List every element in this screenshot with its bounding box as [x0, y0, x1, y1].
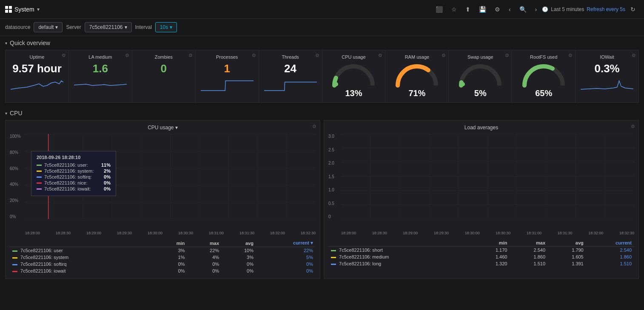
- tooltip-row-user: 7c5ce8221106: user: 11%: [37, 162, 111, 168]
- card-cpu-gear[interactable]: ⚙: [378, 53, 382, 58]
- x-label-7: 18:31:30: [239, 231, 254, 235]
- card-uptime-gear[interactable]: ⚙: [62, 53, 66, 58]
- app-title[interactable]: System: [14, 6, 34, 13]
- ll-short-current: 2.540: [586, 247, 634, 254]
- topbar: System ▾ ⬛ ☆ ⬆ 💾 ⚙ ‹ 🔍 › 🕐 Last 5 minute…: [0, 0, 644, 19]
- cpu-chart-caret[interactable]: ▾: [175, 125, 178, 131]
- app-title-caret[interactable]: ▾: [37, 6, 40, 12]
- forward-btn[interactable]: ›: [532, 4, 541, 14]
- datasource-dropdown[interactable]: default ▾: [34, 22, 63, 32]
- card-cpu-gauge: [330, 62, 377, 88]
- time-range: Last 5 minutes: [551, 6, 584, 12]
- card-rootfs-gear[interactable]: ⚙: [568, 53, 573, 58]
- card-ram-gear[interactable]: ⚙: [442, 53, 446, 58]
- y-label-60: 60%: [10, 166, 26, 171]
- ly-label-0: 0: [328, 214, 341, 219]
- legend-row-iowait: 7c5ce8221106: iowait 0% 0% 0% 0%: [10, 267, 316, 274]
- cpu-tooltip: 2018-09-26 18:28:10 7c5ce8221106: user: …: [31, 151, 116, 196]
- card-processes-title: Processes: [201, 54, 254, 60]
- x-label-6: 18:31:00: [209, 231, 224, 235]
- bar-chart-btn[interactable]: ⬛: [432, 4, 446, 14]
- svg-point-1: [461, 82, 465, 86]
- y-label-80: 80%: [10, 150, 26, 155]
- ll-short-dot: [331, 250, 336, 251]
- cpu-chart-gear[interactable]: ⚙: [312, 124, 316, 129]
- card-zombies-gear[interactable]: ⚙: [188, 53, 193, 58]
- lx-label-0: 18:28:00: [341, 231, 356, 235]
- tooltip-row-iowait: 7c5ce8221106: iowait: 0%: [37, 186, 111, 191]
- tooltip-timestamp: 2018-09-26 18:28:10: [37, 155, 111, 160]
- server-dropdown[interactable]: 7c5ce8221106 ▾: [85, 22, 132, 32]
- lx-label-6: 18:31:00: [527, 231, 541, 235]
- card-processes-gear[interactable]: ⚙: [252, 53, 256, 58]
- ll-medium-dot: [331, 257, 336, 258]
- topbar-left: System ▾: [5, 6, 429, 13]
- tooltip-row-system: 7c5ce8221106: system: 2%: [37, 168, 111, 173]
- x-label-1: 18:28:30: [56, 231, 71, 235]
- load-avg-panel: ⚙ Load averages 3.0 2.5 2.0 1.5 1.0 0.5 …: [324, 120, 639, 279]
- card-la-title: LA medium: [74, 54, 127, 60]
- x-label-2: 18:29:00: [86, 231, 101, 235]
- card-threads-gear[interactable]: ⚙: [315, 53, 319, 58]
- load-row-long: 7c5ce8221106: long 1.320 1.510 1.391 1.5…: [328, 260, 634, 267]
- leg-iowait-dot: [12, 271, 17, 272]
- card-iowait-sparkline: [581, 79, 633, 91]
- settings-btn[interactable]: ⚙: [491, 4, 504, 14]
- card-uptime-sparkline: [11, 79, 63, 91]
- card-la-gear[interactable]: ⚙: [125, 53, 129, 58]
- ll-medium-max: 1.860: [510, 253, 548, 260]
- load-chart-gear[interactable]: ⚙: [631, 124, 635, 129]
- refresh-btn[interactable]: ↻: [627, 4, 639, 14]
- save-btn[interactable]: 💾: [476, 4, 490, 14]
- leg-col-name: [10, 239, 155, 247]
- ll-col-max: max: [510, 239, 548, 247]
- leg-user-max: 22%: [187, 247, 222, 254]
- quick-overview-header[interactable]: ▾ Quick overview: [0, 36, 644, 50]
- card-swap-gear[interactable]: ⚙: [505, 53, 509, 58]
- ll-medium-label: 7c5ce8221106: medium: [328, 253, 472, 260]
- tooltip-row-nice: 7c5ce8221106: nice: 0%: [37, 180, 111, 185]
- server-value: 7c5ce8221106: [89, 24, 123, 30]
- load-svg: [341, 134, 634, 219]
- ll-col-avg: avg: [548, 239, 586, 247]
- leg-iowait-max: 0%: [187, 267, 222, 274]
- card-uptime-value: 9.57 hour: [11, 62, 63, 75]
- share-btn[interactable]: ⬆: [462, 4, 474, 14]
- interval-dropdown[interactable]: 10s ▾: [155, 22, 177, 32]
- datasource-label: datasource: [5, 24, 30, 30]
- ll-long-max: 1.510: [510, 260, 548, 267]
- tooltip-color-user: [37, 165, 42, 166]
- leg-iowait-min: 0%: [155, 267, 187, 274]
- leg-col-avg: avg: [222, 239, 256, 247]
- ly-label-30: 3.0: [328, 134, 341, 139]
- datasource-value: default: [38, 24, 54, 30]
- leg-softirq-min: 0%: [155, 261, 187, 267]
- tooltip-val-user: 11%: [101, 162, 111, 168]
- leg-system-dot: [12, 257, 17, 259]
- load-x-labels: 18:28:00 18:28:30 18:29:00 18:29:30 18:3…: [341, 231, 634, 235]
- card-processes: ⚙ Processes 1: [196, 50, 259, 103]
- leg-user-dot: [12, 250, 17, 252]
- leg-col-current: current ▾: [256, 239, 316, 247]
- ll-short-max: 2.540: [510, 247, 548, 254]
- interval-caret: ▾: [170, 24, 172, 30]
- tooltip-color-iowait: [37, 188, 42, 190]
- load-legend: min max avg current 7c5ce8221106: short: [328, 239, 634, 267]
- lx-label-5: 18:30:30: [496, 231, 510, 235]
- y-label-0: 0%: [10, 214, 26, 219]
- server-label: Server: [66, 24, 81, 30]
- card-iowait-gear[interactable]: ⚙: [632, 53, 636, 58]
- card-cpu-value: 13%: [345, 88, 362, 98]
- legend-row-user: 7c5ce8221106: user 3% 22% 10% 22%: [10, 247, 316, 254]
- ll-medium-min: 1.460: [472, 253, 510, 260]
- leg-softirq-label: 7c5ce8221106: softirq: [10, 261, 155, 267]
- back-btn[interactable]: ‹: [505, 4, 514, 14]
- cpu-section-header[interactable]: ▾ CPU: [0, 106, 644, 120]
- star-btn[interactable]: ☆: [448, 4, 460, 14]
- zoom-btn[interactable]: 🔍: [516, 4, 530, 14]
- leg-softirq-current: 0%: [256, 261, 316, 267]
- card-processes-sparkline: [201, 79, 254, 91]
- card-uptime-title: Uptime: [11, 54, 63, 60]
- card-ram-gauge: [393, 62, 440, 88]
- card-swap-usage: ⚙ Swap usage 5%: [449, 50, 512, 103]
